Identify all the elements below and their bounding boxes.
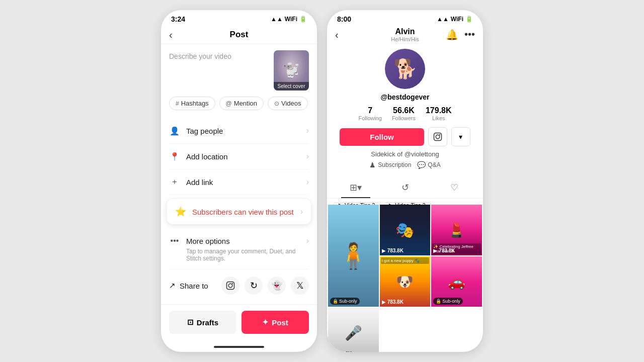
- tags-row: # Hashtags @ Mention ⊙ Videos: [169, 97, 309, 110]
- left-status-bar: 3:24 ▲▲ WiFi 🔋: [161, 10, 317, 26]
- svg-point-5: [439, 134, 440, 135]
- hashtags-tag[interactable]: # Hashtags: [169, 97, 215, 110]
- likes-stat[interactable]: 179.8K Likes: [426, 106, 452, 121]
- mention-tag[interactable]: @ Mention: [219, 97, 264, 110]
- sub-only-badge-2: 🔒 Sub-only: [433, 298, 463, 305]
- tab-liked[interactable]: ♡: [430, 177, 479, 198]
- profile-section: 🐕 @bestdogever 7 Following 56.6K Followe…: [327, 44, 483, 177]
- share-icons-row: ↻ 👻 𝕏: [221, 277, 309, 295]
- svg-rect-0: [227, 282, 234, 290]
- right-back-button[interactable]: ‹: [335, 29, 339, 41]
- left-content: Describe your video 🐩 Select cover # Has…: [161, 44, 317, 304]
- drafts-button[interactable]: ⊡ Drafts: [169, 311, 236, 334]
- tag-people-icon: 👤: [169, 125, 180, 136]
- subscription-badge[interactable]: ♟ Subscription: [369, 161, 411, 169]
- more-icon[interactable]: •••: [464, 29, 475, 41]
- right-phone: 8:00 ▲▲ WiFi 🔋 ‹ Alvin He/Him/His 🔔 ••• …: [327, 10, 483, 352]
- more-options-icon: •••: [169, 235, 180, 246]
- video-cell-large[interactable]: 🧍 🔒 Sub-only: [328, 205, 379, 307]
- svg-point-4: [436, 135, 440, 139]
- videos-tag[interactable]: ⊙ Videos: [268, 97, 308, 110]
- instagram-button[interactable]: [428, 127, 447, 146]
- add-link-item[interactable]: + Add link ›: [169, 169, 309, 195]
- right-header-icons: 🔔 •••: [446, 29, 475, 41]
- share-twitter-icon[interactable]: 𝕏: [291, 277, 309, 295]
- right-time: 8:00: [337, 15, 351, 23]
- stats-row: 7 Following 56.6K Followers 179.8K Likes: [358, 106, 451, 121]
- more-options-item[interactable]: ••• More options › Tap to manage your co…: [169, 228, 309, 269]
- select-cover-btn[interactable]: Select cover: [274, 82, 309, 90]
- tag-people-item[interactable]: 👤 Tag people ›: [169, 118, 309, 144]
- share-snapchat-icon[interactable]: 👻: [268, 277, 286, 295]
- bio-text: Sidekick of @violettong: [371, 150, 439, 158]
- right-header: ‹ Alvin He/Him/His 🔔 •••: [327, 26, 483, 44]
- follow-button[interactable]: Follow: [340, 128, 424, 146]
- collections-row: ▶ Video Tips 2 ▶ Video Tips 2: [327, 199, 483, 205]
- video-cell-5[interactable]: 🚗 🔒 Sub-only: [431, 256, 482, 307]
- avatar: 🐕: [385, 49, 425, 89]
- video-views-3: ▶ 783.8K: [433, 248, 455, 253]
- home-indicator: [214, 346, 264, 348]
- dropdown-button[interactable]: ▾: [451, 127, 470, 146]
- qa-badge[interactable]: 💬 Q&A: [417, 161, 440, 169]
- add-link-icon: +: [169, 176, 180, 188]
- post-button[interactable]: ✦ Post: [242, 311, 309, 334]
- right-status-icons: ▲▲ WiFi 🔋: [437, 16, 473, 23]
- video-views-6: ▶ 783.8K: [330, 351, 352, 352]
- back-button[interactable]: ‹: [169, 29, 173, 41]
- share-to-row: ↗ Share to ↻ 👻 𝕏: [169, 269, 309, 302]
- right-status-bar: 8:00 ▲▲ WiFi 🔋: [327, 10, 483, 26]
- followers-stat[interactable]: 56.6K Followers: [392, 106, 416, 121]
- video-thumbnail: 🐩 Select cover: [274, 50, 309, 90]
- describe-input[interactable]: Describe your video: [169, 50, 269, 90]
- add-location-item[interactable]: 📍 Add location ›: [169, 144, 309, 169]
- svg-point-1: [228, 284, 232, 288]
- location-icon: 📍: [169, 151, 180, 162]
- left-phone: 3:24 ▲▲ WiFi 🔋 ‹ Post Describe your vide…: [161, 10, 317, 352]
- following-stat[interactable]: 7 Following: [358, 106, 381, 121]
- video-views-4: ▶ 783.8K: [382, 299, 404, 305]
- subscribers-item[interactable]: ⭐ Subscribers can view this post ›: [167, 199, 311, 224]
- follow-row: Follow ▾: [340, 127, 470, 146]
- left-time: 3:24: [171, 15, 185, 23]
- tab-videos[interactable]: ⊞▾: [331, 177, 380, 198]
- share-refresh-icon[interactable]: ↻: [245, 277, 263, 295]
- video-cell-2[interactable]: 🎭 ▶ 783.8K: [380, 205, 431, 255]
- profile-handle: @bestdogever: [381, 93, 430, 101]
- tabs-row: ⊞▾ ↺ ♡: [327, 177, 483, 199]
- page-title: Post: [230, 30, 249, 40]
- bottom-bar: ⊡ Drafts ✦ Post: [161, 304, 317, 344]
- video-views-2: ▶ 783.8K: [382, 248, 404, 253]
- video-cell-4[interactable]: 🐶 I got a new puppy 🐾 ▶ 783.8K: [380, 256, 431, 307]
- subscribers-icon: ⭐: [175, 206, 186, 217]
- badges-row: ♟ Subscription 💬 Q&A: [369, 161, 440, 169]
- notification-icon[interactable]: 🔔: [446, 29, 458, 41]
- video-grid: 🧍 🔒 Sub-only 🎭 ▶ 783.8K: [327, 205, 483, 352]
- share-to-label: ↗ Share to: [169, 281, 208, 290]
- share-instagram-icon[interactable]: [221, 277, 239, 295]
- video-describe-row: Describe your video 🐩 Select cover: [169, 50, 309, 90]
- svg-point-2: [232, 283, 233, 284]
- sub-only-badge: 🔒 Sub-only: [330, 298, 360, 305]
- svg-rect-3: [434, 133, 441, 141]
- tab-reposts[interactable]: ↺: [380, 177, 430, 198]
- left-status-icons: ▲▲ WiFi 🔋: [271, 16, 307, 23]
- right-header-info: Alvin He/Him/His: [391, 27, 419, 42]
- video-cell-3[interactable]: 💄 ✨ Celebrating Jeffree Star Skin✨ ▶ 783…: [431, 205, 482, 255]
- video-cell-6[interactable]: 🎤 ▶ 783.8K: [328, 308, 379, 352]
- left-header: ‹ Post: [161, 26, 317, 44]
